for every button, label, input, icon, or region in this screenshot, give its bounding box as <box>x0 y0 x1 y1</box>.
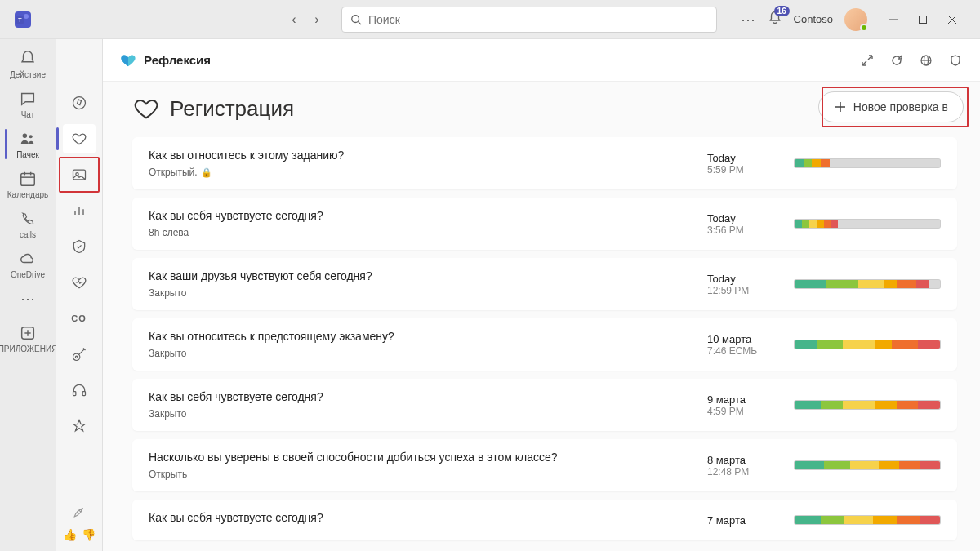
checkin-question: Как ваши друзья чувствуют себя сегодня? <box>149 269 707 282</box>
sec-pulse[interactable] <box>63 268 96 297</box>
checkin-question: Как вы относитесь к предстоящему экзамен… <box>149 330 707 343</box>
svg-point-19 <box>73 97 85 109</box>
checkin-status: 8h слева <box>149 227 707 238</box>
checkin-card[interactable]: Как вы себя чувствуете сегодня?8h слеваT… <box>132 198 957 250</box>
minimize-button[interactable] <box>879 7 908 33</box>
page-title: Регистрация <box>170 96 294 122</box>
back-button[interactable]: ‹ <box>286 12 302 27</box>
sec-headphones[interactable] <box>63 375 96 405</box>
checkin-card[interactable]: Как вы относитесь к этому заданию?Открыт… <box>132 137 957 189</box>
rocket-icon[interactable] <box>71 504 87 520</box>
svg-text:T: T <box>18 17 22 23</box>
bell-icon <box>18 49 38 69</box>
teams-icon <box>18 129 38 149</box>
sec-guitar[interactable] <box>63 340 96 369</box>
pulse-icon <box>71 274 87 291</box>
response-bar <box>794 460 941 470</box>
presence-icon <box>860 24 868 32</box>
thumbs-up-icon[interactable]: 👍 <box>63 528 77 541</box>
svg-point-31 <box>79 509 82 512</box>
main-area: Рефлексия Регистрация Новое проверка в К… <box>103 39 980 551</box>
rail-label: OneDrive <box>11 270 45 279</box>
headphones-icon <box>71 382 87 398</box>
sec-badge[interactable] <box>63 232 96 261</box>
checkin-card[interactable]: Как вы себя чувствуете сегодня?Закрыто9 … <box>132 379 957 431</box>
checkin-date: Today3:56 PM <box>707 212 781 236</box>
collapse-button[interactable] <box>859 52 875 69</box>
search-input[interactable] <box>368 13 708 26</box>
app-title: Рефлексия <box>144 53 211 67</box>
rail-more[interactable]: ⋯ <box>3 284 52 313</box>
rail-teams[interactable]: Пачек <box>3 124 52 164</box>
checkin-date: 7 марта <box>707 514 781 527</box>
sec-co[interactable]: CO <box>63 304 96 333</box>
checkin-date: 8 марта12:48 PM <box>707 454 781 478</box>
rail-calendar[interactable]: Календарь <box>3 164 52 204</box>
response-bar <box>794 219 941 229</box>
rail-label: Чат <box>21 110 35 119</box>
rail-label: Календарь <box>7 190 48 199</box>
checkin-date: Today12:59 PM <box>707 273 781 296</box>
checkin-card[interactable]: Как вы относитесь к предстоящему экзамен… <box>132 318 957 371</box>
response-bar <box>794 279 941 289</box>
sec-chart[interactable] <box>63 196 96 225</box>
checkin-list: Как вы относитесь к этому заданию?Открыт… <box>132 137 957 540</box>
sec-photo[interactable] <box>63 160 96 189</box>
sec-blue-app[interactable] <box>63 447 96 477</box>
checkin-card[interactable]: Как ваши друзья чувствуют себя сегодня?З… <box>132 258 957 310</box>
response-bar <box>794 515 941 525</box>
rail-activity[interactable]: Действие <box>3 44 52 84</box>
checkin-question: Как вы относитесь к этому заданию? <box>149 149 707 162</box>
notifications-button[interactable]: 16 <box>768 11 782 29</box>
main-header: Рефлексия <box>103 39 980 82</box>
rail-apps[interactable]: ПРИЛОЖЕНИЯ <box>3 318 52 358</box>
response-bar <box>794 340 941 349</box>
app-rail: Действие Чат Пачек Календарь calls OneDr… <box>0 39 56 551</box>
rail-onedrive[interactable]: OneDrive <box>3 244 52 284</box>
compass-icon <box>71 95 87 111</box>
svg-point-10 <box>23 134 27 139</box>
checkin-date: 9 марта4:59 PM <box>707 393 781 417</box>
teams-logo-icon: T <box>13 10 33 29</box>
notification-badge: 16 <box>774 6 790 16</box>
photo-icon <box>71 167 87 183</box>
checkin-card[interactable]: Насколько вы уверены в своей способности… <box>132 439 957 491</box>
close-button[interactable] <box>938 7 967 33</box>
svg-point-4 <box>352 15 359 22</box>
apps-icon <box>18 323 38 343</box>
refresh-button[interactable] <box>889 52 905 69</box>
rail-chat[interactable]: Чат <box>3 84 52 124</box>
new-checkin-button[interactable]: Новое проверка в <box>818 91 964 122</box>
rail-label: calls <box>20 230 36 239</box>
calendar-icon <box>18 169 38 189</box>
search-icon <box>350 14 362 25</box>
tenant-name[interactable]: Contoso <box>794 13 833 25</box>
more-icon: ⋯ <box>18 289 38 309</box>
sec-compass[interactable] <box>63 88 96 118</box>
svg-rect-30 <box>82 392 85 396</box>
checkin-status: Открытый.🔒 <box>149 167 707 178</box>
cloud-icon <box>18 249 38 269</box>
badge-icon <box>71 238 87 255</box>
response-bar <box>794 158 941 168</box>
avatar[interactable] <box>844 8 867 31</box>
more-button[interactable]: ⋯ <box>741 11 756 29</box>
checkin-question: Как вы себя чувствуете сегодня? <box>149 209 707 222</box>
checkin-card[interactable]: Как вы себя чувствуете сегодня?7 марта <box>132 500 957 540</box>
phone-icon <box>18 209 38 229</box>
sec-star[interactable] <box>63 411 96 441</box>
secondary-rail: CO 👍 👎 <box>56 39 103 551</box>
guitar-icon <box>71 346 87 362</box>
thumbs-down-icon[interactable]: 👎 <box>82 528 96 541</box>
titlebar: T ‹ › ⋯ 16 Contoso <box>0 0 980 39</box>
globe-button[interactable] <box>918 52 934 69</box>
checkin-status: Закрыто <box>149 408 707 420</box>
maximize-button[interactable] <box>908 7 938 33</box>
forward-button[interactable]: › <box>309 12 325 27</box>
checkin-question: Как вы себя чувствуете сегодня? <box>149 390 707 403</box>
search-box[interactable] <box>341 7 717 33</box>
rail-calls[interactable]: calls <box>3 204 52 244</box>
shield-button[interactable] <box>947 52 964 69</box>
sec-reflect[interactable] <box>63 124 96 153</box>
heart-outline-icon <box>132 95 160 122</box>
